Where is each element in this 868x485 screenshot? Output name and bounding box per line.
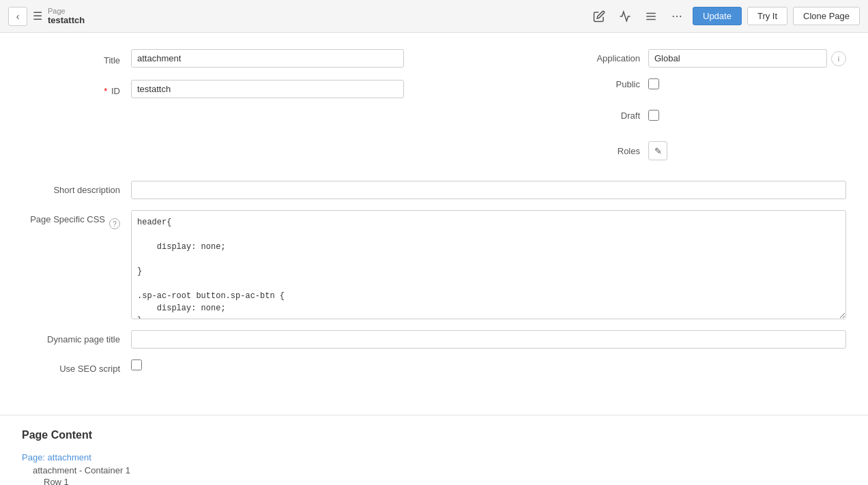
main-content: Title Application i ID Public Draft	[0, 33, 868, 401]
tree-container: attachment - Container 1	[22, 465, 846, 475]
page-css-editor[interactable]: header{ display: none; } .sp-ac-root but…	[131, 210, 846, 319]
page-content-title: Page Content	[22, 429, 846, 441]
title-row: Title	[22, 49, 560, 68]
page-content-section: Page Content Page: attachment attachment…	[0, 429, 868, 485]
application-input[interactable]	[648, 49, 827, 68]
page-tree: Page: attachment attachment - Container …	[22, 452, 846, 485]
settings-icon-button[interactable]	[641, 8, 661, 25]
page-title-group: Page testattch	[48, 7, 85, 25]
public-checkbox[interactable]	[648, 78, 659, 89]
draft-row: Draft	[587, 110, 846, 121]
svg-point-4	[676, 15, 678, 16]
update-button[interactable]: Update	[693, 7, 742, 25]
page-css-help-icon[interactable]: ?	[109, 218, 120, 229]
public-label: Public	[587, 79, 648, 89]
title-label: Title	[22, 51, 131, 65]
dynamic-title-row: Dynamic page title	[22, 330, 846, 349]
seo-label: Use SEO script	[22, 359, 131, 374]
section-divider	[0, 415, 868, 415]
dynamic-title-input[interactable]	[131, 330, 846, 349]
short-desc-row: Short description	[22, 181, 846, 199]
svg-point-5	[680, 15, 681, 16]
svg-point-3	[673, 15, 674, 16]
tree-row: Row 1	[22, 477, 846, 485]
application-info-button[interactable]: i	[831, 51, 846, 66]
back-button[interactable]: ‹	[8, 7, 27, 26]
id-public-row: ID Public	[22, 78, 846, 99]
application-label: Application	[587, 53, 648, 63]
more-icon-button[interactable]	[667, 8, 687, 25]
tryit-button[interactable]: Try It	[747, 7, 787, 25]
draft-label: Draft	[587, 111, 648, 121]
draft-row-container: Draft	[22, 110, 846, 130]
top-bar: ‹ ☰ Page testattch Update Try It Clone P…	[0, 0, 868, 33]
public-row: Public	[587, 78, 846, 89]
roles-edit-button[interactable]: ✎	[648, 141, 667, 160]
id-input[interactable]	[131, 80, 404, 98]
page-name: testattch	[48, 15, 85, 25]
empty-left2	[22, 141, 560, 170]
top-bar-left: ‹ ☰ Page testattch	[8, 7, 85, 26]
short-desc-input[interactable]	[131, 181, 846, 199]
page-css-label: Page Specific CSS ?	[22, 210, 131, 229]
page-label: Page	[48, 7, 85, 15]
id-row: ID	[22, 78, 560, 99]
roles-row: Roles ✎	[587, 141, 846, 160]
clone-page-button[interactable]: Clone Page	[793, 7, 860, 25]
pencil-icon-button[interactable]	[589, 8, 609, 25]
title-input[interactable]	[131, 49, 404, 68]
page-tree-link[interactable]: Page: attachment	[22, 452, 846, 462]
hamburger-icon[interactable]: ☰	[33, 10, 42, 23]
analytics-icon-button[interactable]	[615, 8, 635, 25]
top-bar-right: Update Try It Clone Page	[589, 7, 860, 25]
seo-checkbox[interactable]	[131, 359, 142, 370]
dynamic-title-label: Dynamic page title	[22, 330, 131, 344]
application-row: Application i	[587, 49, 846, 68]
id-label: ID	[22, 82, 131, 96]
seo-row: Use SEO script	[22, 359, 846, 374]
short-desc-label: Short description	[22, 181, 131, 195]
page-css-row: Page Specific CSS ? header{ display: non…	[22, 210, 846, 319]
roles-label: Roles	[587, 146, 648, 156]
top-fields-row: Title Application i	[22, 49, 846, 68]
empty-left	[22, 110, 560, 130]
draft-checkbox[interactable]	[648, 110, 659, 121]
roles-row-container: Roles ✎	[22, 141, 846, 170]
